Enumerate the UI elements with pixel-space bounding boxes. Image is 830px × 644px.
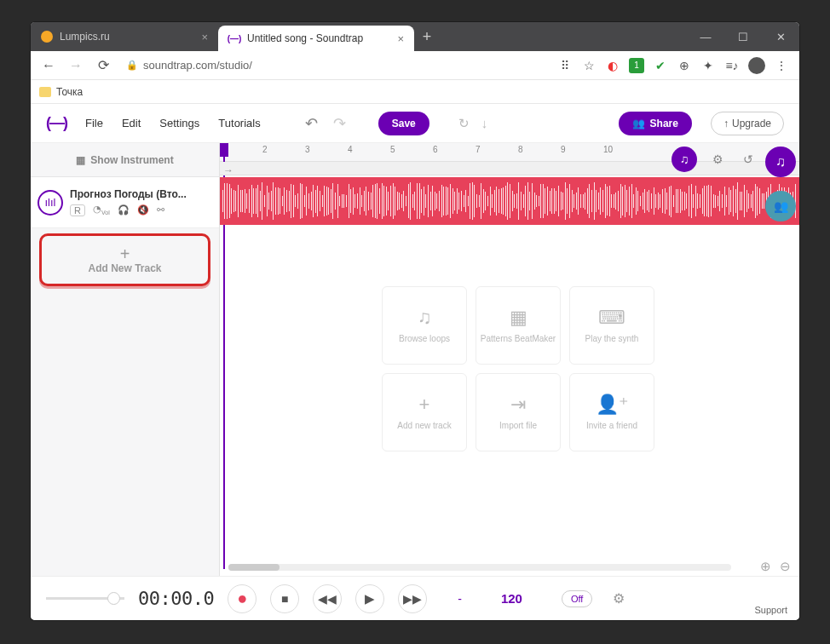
app-body: ▦ Show Instrument ılıl Прогноз Погоды (В…: [31, 143, 799, 576]
person-icon: 👤⁺: [596, 394, 629, 416]
add-new-track-button[interactable]: + Add New Track: [39, 233, 210, 286]
slider-knob[interactable]: [107, 592, 120, 605]
loops-panel-button[interactable]: ♫: [671, 147, 697, 172]
scroll-thumb[interactable]: [228, 564, 280, 571]
tab-title: Lumpics.ru: [60, 31, 110, 43]
show-instrument-button[interactable]: ▦ Show Instrument: [31, 143, 219, 177]
lock-icon: 🔒: [126, 60, 138, 71]
track-info: Прогноз Погоды (Вто... R ◔Vol 🎧 🔇 ⚯: [70, 188, 212, 216]
play-button[interactable]: ▶: [355, 584, 384, 613]
minimize-button[interactable]: —: [687, 22, 724, 51]
quick-actions: ♫Browse loops ▦Patterns BeatMaker ⌨Play …: [382, 286, 654, 451]
ext-badge[interactable]: 1: [629, 58, 644, 73]
browser-window: Lumpics.ru × (—) Untitled song - Soundtr…: [31, 22, 799, 620]
record-arm[interactable]: R: [70, 204, 85, 216]
refresh-icon[interactable]: ↻: [458, 116, 470, 131]
menu-tutorials[interactable]: Tutorials: [218, 117, 260, 129]
ruler-mark: 9: [561, 145, 566, 154]
save-button[interactable]: Save: [378, 112, 429, 135]
card-patterns[interactable]: ▦Patterns BeatMaker: [476, 286, 561, 365]
forward-button[interactable]: →: [65, 55, 87, 77]
mute-icon[interactable]: 🔇: [137, 204, 149, 216]
ruler-mark: 2: [262, 145, 268, 154]
collab-float-button[interactable]: 👥: [765, 191, 796, 221]
app-logo[interactable]: (—): [46, 114, 66, 132]
ruler-mark: 7: [476, 145, 481, 154]
reload-button[interactable]: ⟳: [92, 55, 114, 77]
track-icon: ılıl: [37, 190, 63, 216]
timeline-tools: ♫ ⚙ ↺: [671, 147, 758, 172]
audio-clip[interactable]: [220, 177, 799, 225]
track-header[interactable]: ılıl Прогноз Погоды (Вто... R ◔Vol 🎧 🔇 ⚯: [31, 177, 219, 228]
fx-icon[interactable]: ⚯: [157, 204, 164, 216]
address-row: ← → ⟳ 🔒 soundtrap.com/studio/ ⠿ ☆ ◐ 1 ✔ …: [31, 51, 799, 80]
extension-icons: ⠿ ☆ ◐ 1 ✔ ⊕ ✦ ≡♪ ⋮: [557, 57, 793, 74]
ruler-mark: 4: [348, 145, 353, 154]
undo-redo: ↶ ↷: [305, 114, 346, 133]
key-display[interactable]: -: [458, 592, 462, 606]
ext-icon[interactable]: ◐: [605, 58, 620, 73]
zoom-in-icon[interactable]: ⊕: [760, 559, 771, 574]
zoom-out-icon[interactable]: ⊖: [780, 559, 791, 574]
tab-lumpics[interactable]: Lumpics.ru ×: [31, 22, 218, 51]
close-icon[interactable]: ×: [201, 31, 208, 43]
translate-icon[interactable]: ⠿: [557, 58, 573, 73]
ext-globe[interactable]: ⊕: [677, 58, 692, 73]
headphones-icon[interactable]: 🎧: [118, 204, 130, 216]
close-icon[interactable]: ×: [397, 32, 404, 45]
window-controls: — ☐ ✕: [687, 22, 799, 51]
support-link[interactable]: Support: [754, 605, 787, 615]
ruler-mark: 6: [433, 145, 438, 154]
tab-soundtrap[interactable]: (—) Untitled song - Soundtrap ×: [218, 26, 414, 51]
address-bar[interactable]: 🔒 soundtrap.com/studio/: [119, 59, 552, 72]
ext-check[interactable]: ✔: [653, 58, 668, 73]
people-icon: 👥: [632, 118, 645, 129]
card-invite[interactable]: 👤⁺Invite a friend: [569, 373, 654, 451]
gear-icon[interactable]: ⚙: [613, 590, 625, 607]
rewind-button[interactable]: ◀◀: [313, 584, 342, 613]
horizontal-scrollbar[interactable]: [228, 564, 731, 571]
music-icon: ♫: [418, 307, 432, 329]
new-tab-button[interactable]: +: [414, 22, 440, 51]
plus-icon: +: [120, 245, 130, 262]
share-button[interactable]: 👥Share: [619, 112, 692, 135]
redo-button[interactable]: ↷: [333, 114, 346, 133]
menu-edit[interactable]: Edit: [122, 117, 141, 129]
volume-slider[interactable]: [46, 597, 124, 600]
url-text: soundtrap.com/studio/: [143, 59, 252, 72]
ruler-mark: 5: [390, 145, 395, 154]
timecode: 00:00.0: [138, 588, 214, 609]
playlist-icon[interactable]: ≡♪: [724, 58, 740, 73]
zoom-controls: ⊕ ⊖: [760, 559, 791, 574]
extensions-icon[interactable]: ✦: [700, 58, 716, 73]
music-float-button[interactable]: ♫: [765, 147, 796, 177]
menu-settings[interactable]: Settings: [159, 117, 199, 129]
card-browse-loops[interactable]: ♫Browse loops: [382, 286, 467, 365]
gear-icon[interactable]: ⚙: [707, 149, 728, 170]
card-import[interactable]: ⇥Import file: [476, 373, 561, 451]
bookmark-item[interactable]: Точка: [56, 86, 83, 98]
download-icon[interactable]: ↓: [481, 116, 488, 131]
ruler-mark: 3: [305, 145, 310, 154]
bpm-display[interactable]: 120: [501, 591, 522, 606]
card-synth[interactable]: ⌨Play the synth: [569, 286, 654, 365]
record-button[interactable]: ●: [228, 584, 256, 613]
card-add-track[interactable]: +Add new track: [382, 373, 467, 451]
menu-icon[interactable]: ⋮: [774, 58, 789, 73]
forward-button[interactable]: ▶▶: [398, 584, 427, 613]
track-name: Прогноз Погоды (Вто...: [70, 188, 212, 200]
undo-button[interactable]: ↶: [305, 114, 318, 133]
close-button[interactable]: ✕: [762, 22, 799, 51]
menu-file[interactable]: File: [85, 117, 103, 129]
back-button[interactable]: ←: [37, 55, 60, 77]
timeline[interactable]: 2 3 4 5 6 7 8 9 10 ♫ ⚙ ↺: [220, 143, 799, 576]
tab-title: Untitled song - Soundtrap: [247, 32, 363, 44]
star-icon[interactable]: ☆: [581, 58, 597, 73]
maximize-button[interactable]: ☐: [724, 22, 762, 51]
loop-toggle[interactable]: Off: [562, 590, 592, 607]
volume-knob[interactable]: ◔Vol: [93, 204, 110, 216]
avatar[interactable]: [748, 57, 765, 74]
history-icon[interactable]: ↺: [738, 149, 758, 170]
upgrade-button[interactable]: ↑Upgrade: [711, 112, 784, 135]
stop-button[interactable]: ■: [270, 584, 299, 613]
